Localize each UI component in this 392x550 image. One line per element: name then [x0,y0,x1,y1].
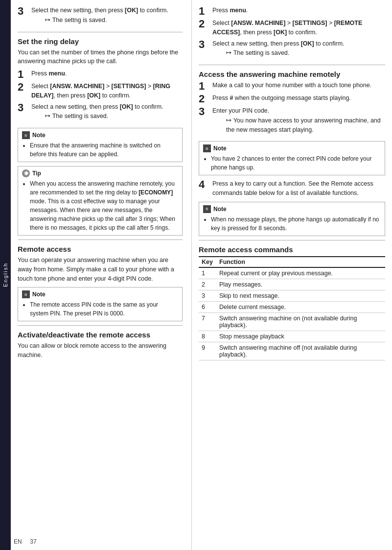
set-ring-delay-heading: Set the ring delay [18,37,183,46]
note-list-1: Ensure that the answering machine is swi… [22,141,178,159]
access-step-1-num: 1 [199,81,209,92]
ring-step-1: 1 Press menu. [18,69,183,80]
access-step-2-body: Press # when the outgoing message starts… [212,94,385,103]
activate-step-3-num: 3 [199,39,209,50]
left-column: 3 Select the new setting, then press [OK… [11,0,192,550]
remote-access-heading: Remote access [18,245,183,253]
note-icon-2: ≡ [22,290,30,298]
access-step-3-body: Enter your PIN code. You now have access… [212,106,385,137]
ring-step-3-arrow: The setting is saved. [45,111,183,121]
table-cell-key: 6 [199,301,216,312]
note-box-2: ≡ Note The remote access PIN code is the… [18,287,183,321]
note-list-4: When no message plays, the phone hangs u… [203,215,381,233]
note-icon-4: ≡ [203,205,211,213]
table-cell-function: Skip to next message. [216,290,385,301]
access-step-4-body: Press a key to carry out a function. See… [212,179,385,198]
table-cell-function: Switch answering machine off (not availa… [216,342,385,360]
access-step-1: 1 Make a call to your home number with a… [199,81,385,92]
tip-box-1: ✱ Tip When you access the answering mach… [18,166,183,236]
note-header-2: ≡ Note [22,290,178,298]
note-item-4-0: When no message plays, the phone hangs u… [211,215,381,233]
ring-step-3: 3 Select a new setting, then press [OK] … [18,102,183,124]
ring-step-3-num: 3 [18,102,28,113]
activate-step-3-arrow: The setting is saved. [226,48,385,58]
access-step-4-num: 4 [199,179,209,190]
divider-3 [18,325,183,326]
step3-top: 3 Select the new setting, then press [OK… [18,6,183,28]
commands-table: Key Function 1Repeat current or play pre… [199,256,385,360]
activate-heading: Activate/deactivate the remote access [18,331,183,339]
note-header-3: ≡ Note [203,144,381,152]
step3-top-num: 3 [18,6,28,17]
set-ring-delay-para: You can set the number of times the phon… [18,48,183,67]
table-cell-function: Repeat current or play previous message. [216,267,385,279]
table-cell-function: Stop message playback [216,331,385,342]
sidebar: English [0,0,11,550]
table-cell-key: 2 [199,279,216,290]
table-cell-function: Play messages. [216,279,385,290]
note-label-1: Note [32,132,46,139]
table-cell-key: 8 [199,331,216,342]
table-cell-key: 7 [199,312,216,331]
table-cell-function: Delete current message. [216,301,385,312]
note-label-4: Note [213,206,227,213]
access-step-3-num: 3 [199,106,209,117]
note-item-3-0: You have 2 chances to enter the correct … [211,154,381,172]
table-row: 8Stop message playback [199,331,385,342]
note-box-1: ≡ Note Ensure that the answering machine… [18,128,183,162]
table-cell-function: Switch answering machine on (not availab… [216,312,385,331]
access-step-4: 4 Press a key to carry out a function. S… [199,179,385,198]
table-row: 1Repeat current or play previous message… [199,267,385,279]
table-cell-key: 3 [199,290,216,301]
col-function: Function [216,257,385,267]
note-label-2: Note [32,291,46,298]
activate-step-2-body: Select [ANSW. MACHINE] > [SETTINGS] > [R… [212,19,385,37]
access-step-3-arrow: You now have access to your answering ma… [226,116,385,135]
col-key: Key [199,257,216,267]
ring-step-3-body: Select a new setting, then press [OK] to… [31,102,183,124]
divider-2 [18,239,183,240]
note-icon-1: ≡ [22,131,30,139]
divider-1 [18,32,183,32]
access-remotely-heading: Access the answering machine remotely [199,70,385,78]
tip-label-1: Tip [32,170,41,177]
ring-step-2: 2 Select [ANSW. MACHINE] > [SETTINGS] > … [18,82,183,100]
table-row: 2Play messages. [199,279,385,290]
right-column: 1 Press menu. 2 Select [ANSW. MACHINE] >… [192,0,392,550]
table-row: 7Switch answering machine on (not availa… [199,312,385,331]
activate-step-1-num: 1 [199,6,209,17]
footer-lang: EN 37 [14,538,37,545]
tip-header-1: ✱ Tip [22,169,178,177]
note-box-3: ≡ Note You have 2 chances to enter the c… [199,141,385,175]
tip-list-1: When you access the answering machine re… [22,179,178,232]
note-header-4: ≡ Note [203,205,381,213]
tip-item-1-0: When you access the answering machine re… [30,179,178,232]
divider-5 [199,240,385,240]
step3-top-body: Select the new setting, then press [OK] … [31,6,183,28]
page: English 3 Select the new setting, then p… [0,0,392,550]
access-step-3: 3 Enter your PIN code. You now have acce… [199,106,385,137]
note-header-1: ≡ Note [22,131,178,139]
remote-access-para: You can operate your answering machine w… [18,256,183,283]
activate-step-1-body: Press menu. [212,6,385,15]
sidebar-label: English [2,263,8,287]
ring-step-1-num: 1 [18,69,28,80]
commands-table-section: Remote access commands Key Function 1Rep… [199,245,385,360]
table-cell-key: 1 [199,267,216,279]
table-header-row: Key Function [199,257,385,267]
access-step-2: 2 Press # when the outgoing message star… [199,94,385,104]
divider-4 [199,65,385,65]
note-icon-3: ≡ [203,144,211,152]
access-step-1-body: Make a call to your home number with a t… [212,81,385,90]
table-row: 6Delete current message. [199,301,385,312]
access-step-2-num: 2 [199,94,209,104]
note-box-4: ≡ Note When no message plays, the phone … [199,202,385,236]
activate-para: You can allow or block remote access to … [18,341,183,360]
note-list-3: You have 2 chances to enter the correct … [203,154,381,172]
activate-step-3: 3 Select a new setting, then press [OK] … [199,39,385,61]
ring-step-1-body: Press menu. [31,69,183,78]
activate-step-2: 2 Select [ANSW. MACHINE] > [SETTINGS] > … [199,19,385,37]
table-cell-key: 9 [199,342,216,360]
activate-step-1: 1 Press menu. [199,6,385,17]
commands-heading: Remote access commands [199,245,385,254]
